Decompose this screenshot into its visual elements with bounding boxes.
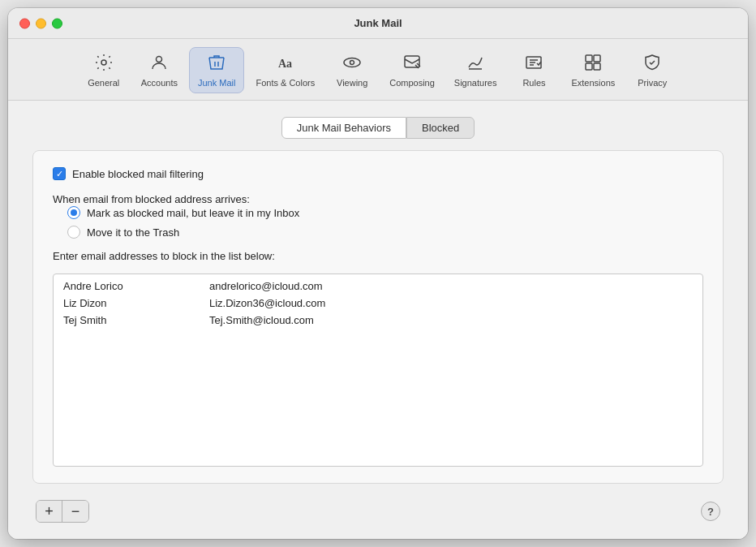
svg-rect-15 (594, 63, 600, 70)
email-name-0: Andre Lorico (63, 280, 177, 292)
signatures-icon (466, 53, 485, 75)
toolbar-junk-mail-label: Junk Mail (198, 78, 235, 88)
composing-icon (402, 53, 422, 75)
svg-rect-14 (586, 63, 592, 70)
toolbar-fonts-label: Fonts & Colors (256, 78, 315, 88)
checkmark-icon: ✓ (56, 170, 63, 179)
list-label: Enter email addresses to block in the li… (53, 250, 703, 262)
toolbar-signatures-label: Signatures (454, 78, 497, 88)
extensions-icon (583, 53, 603, 75)
toolbar-rules-label: Rules (522, 78, 545, 88)
radio-move-trash: Move it to the Trash (67, 226, 703, 239)
titlebar: Junk Mail (8, 8, 748, 39)
toolbar-item-rules[interactable]: Rules (508, 48, 560, 93)
svg-point-1 (157, 57, 162, 62)
email-name-2: Tej Smith (63, 314, 177, 326)
table-row: Andre Lorico andrelorico@icloud.com (54, 278, 702, 295)
maximize-button[interactable] (52, 18, 62, 28)
settings-panel: ✓ Enable blocked mail filtering When ema… (32, 150, 724, 484)
toolbar-item-fonts-colors[interactable]: Aa Fonts & Colors (247, 48, 323, 93)
radio-mark-blocked: Mark as blocked mail, but leave it in my… (67, 206, 703, 219)
email-list[interactable]: Andre Lorico andrelorico@icloud.com Liz … (53, 274, 703, 467)
enable-filtering-checkbox[interactable]: ✓ (53, 167, 66, 180)
tab-bar: Junk Mail Behaviors Blocked (32, 117, 724, 139)
privacy-icon (642, 53, 662, 75)
email-address-0: andrelorico@icloud.com (209, 280, 323, 292)
svg-rect-12 (586, 55, 592, 62)
junk-mail-icon (207, 53, 226, 75)
toolbar-general-label: General (88, 78, 119, 88)
remove-button[interactable]: − (62, 501, 88, 522)
svg-text:Aa: Aa (278, 58, 292, 70)
toolbar-item-composing[interactable]: Composing (381, 48, 443, 93)
toolbar-accounts-label: Accounts (141, 78, 178, 88)
enable-filtering-row: ✓ Enable blocked mail filtering (53, 167, 703, 180)
toolbar-privacy-label: Privacy (638, 78, 667, 88)
table-row: Tej Smith Tej.Smith@icloud.com (54, 312, 702, 329)
when-email-section: When email from blocked address arrives:… (53, 192, 703, 239)
minimize-button[interactable] (36, 18, 46, 28)
svg-point-0 (101, 60, 106, 65)
enable-filtering-label: Enable blocked mail filtering (72, 168, 204, 180)
email-name-1: Liz Dizon (63, 297, 177, 309)
radio-move-trash-input[interactable] (67, 226, 80, 239)
toolbar-item-extensions[interactable]: Extensions (563, 48, 623, 93)
toolbar-extensions-label: Extensions (571, 78, 615, 88)
toolbar-item-general[interactable]: General (78, 48, 130, 93)
toolbar-item-accounts[interactable]: Accounts (133, 48, 186, 93)
toolbar: General Accounts Junk Mail (8, 39, 748, 101)
svg-rect-13 (594, 55, 600, 62)
add-remove-group: + − (36, 500, 89, 523)
content-area: Junk Mail Behaviors Blocked ✓ Enable blo… (8, 101, 748, 539)
toolbar-item-signatures[interactable]: Signatures (446, 48, 505, 93)
radio-move-trash-label: Move it to the Trash (87, 226, 179, 239)
accounts-icon (149, 53, 169, 75)
main-window: Junk Mail General Accounts (8, 8, 748, 539)
svg-rect-7 (405, 56, 419, 67)
tab-junk-mail-behaviors[interactable]: Junk Mail Behaviors (281, 117, 406, 139)
svg-point-5 (344, 58, 360, 67)
radio-group: Mark as blocked mail, but leave it in my… (53, 206, 703, 239)
fonts-colors-icon: Aa (276, 53, 295, 75)
rules-icon (524, 53, 543, 75)
toolbar-viewing-label: Viewing (337, 78, 367, 88)
when-email-label: When email from blocked address arrives: (53, 193, 250, 205)
traffic-lights (19, 18, 62, 28)
email-address-2: Tej.Smith@icloud.com (209, 314, 314, 326)
radio-mark-blocked-input[interactable] (67, 206, 80, 219)
tab-blocked[interactable]: Blocked (406, 117, 475, 139)
radio-mark-blocked-label: Mark as blocked mail, but leave it in my… (87, 207, 299, 219)
toolbar-item-junk-mail[interactable]: Junk Mail (189, 47, 244, 93)
bottom-bar: + − ? (32, 495, 724, 523)
toolbar-item-viewing[interactable]: Viewing (326, 48, 378, 93)
toolbar-item-privacy[interactable]: Privacy (626, 48, 678, 93)
toolbar-composing-label: Composing (389, 78, 435, 88)
add-button[interactable]: + (37, 501, 62, 522)
table-row: Liz Dizon Liz.Dizon36@icloud.com (54, 295, 702, 312)
close-button[interactable] (19, 18, 30, 28)
email-address-1: Liz.Dizon36@icloud.com (209, 297, 325, 309)
general-icon (94, 53, 114, 75)
window-title: Junk Mail (354, 17, 402, 29)
help-button[interactable]: ? (701, 502, 720, 521)
viewing-icon (342, 53, 362, 75)
svg-point-6 (350, 61, 354, 65)
